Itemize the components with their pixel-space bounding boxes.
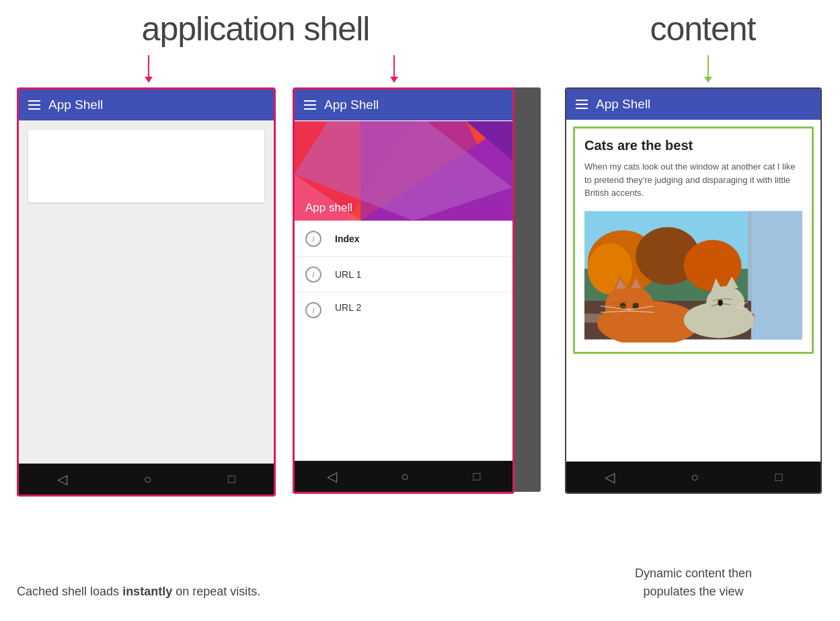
svg-point-34 [718, 299, 723, 306]
nav-home-icon-3: ○ [691, 470, 699, 485]
phone3: App Shell Cats are the best When my cats… [565, 87, 822, 494]
phone3-header-title: App Shell [596, 97, 650, 112]
content-label: content [650, 9, 755, 48]
menu-label-index: Index [335, 233, 360, 244]
svg-point-18 [605, 285, 653, 326]
phone1-header: App Shell [19, 89, 274, 120]
application-shell-label-group: application shell [20, 9, 491, 48]
nav-square-icon-2: □ [473, 470, 480, 484]
nav-square-icon: □ [228, 472, 235, 486]
phone3-header: App Shell [566, 89, 820, 120]
bottom-caption-left: Cached shell loads instantly on repeat v… [17, 583, 393, 601]
nav-back-icon: ◁ [57, 471, 67, 487]
menu-item-index[interactable]: i Index [295, 221, 512, 257]
nav-back-icon-2: ◁ [327, 468, 337, 484]
hamburger-icon-2 [304, 100, 316, 110]
application-shell-label: application shell [142, 9, 370, 48]
cats-text: When my cats look out the window at anot… [584, 160, 802, 200]
info-icon-url2: i [305, 302, 321, 318]
phone1-nav-bar: ◁ ○ □ [19, 464, 274, 495]
nav-square-icon-3: □ [775, 470, 782, 484]
menu-item-url2[interactable]: i URL 2 [295, 293, 512, 461]
phone2-header: App Shell [295, 89, 512, 120]
hamburger-icon [28, 100, 40, 110]
phone2: App Shell App shell i Index [293, 87, 514, 494]
dynamic-caption-2: populates the view [565, 583, 822, 601]
phone1: App Shell ◁ ○ □ [17, 87, 276, 497]
phone2-drawer-image: App shell [295, 120, 512, 221]
dynamic-caption-1: Dynamic content then [565, 564, 822, 583]
bottom-caption-right: Dynamic content then populates the view [565, 564, 822, 601]
cat-image-container [584, 208, 802, 342]
content-label-group: content [585, 9, 820, 48]
arrow-phone1 [145, 55, 153, 83]
cached-caption-1: Cached shell loads [17, 585, 119, 598]
phone1-header-title: App Shell [48, 98, 103, 112]
menu-label-url2: URL 2 [335, 302, 361, 313]
nav-home-icon: ○ [144, 472, 152, 487]
nav-home-icon-2: ○ [401, 469, 409, 484]
phone1-body [19, 120, 274, 464]
hamburger-icon-3 [576, 100, 588, 109]
menu-label-url1: URL 1 [335, 269, 361, 280]
cached-caption-2: on repeat visits. [176, 585, 260, 598]
svg-point-23 [619, 302, 626, 309]
nav-back-icon-3: ◁ [605, 469, 615, 485]
info-icon-index: i [305, 231, 321, 247]
phone3-content-area: Cats are the best When my cats look out … [566, 120, 820, 462]
phone2-dark-sidebar [512, 87, 541, 492]
drawer-app-shell-label: App shell [305, 201, 352, 215]
arrow-phone2 [390, 55, 398, 83]
cats-title: Cats are the best [584, 138, 802, 153]
menu-item-url1[interactable]: i URL 1 [295, 257, 512, 293]
cached-caption-bold: instantly [122, 585, 172, 598]
phone2-nav-bar: ◁ ○ □ [295, 461, 512, 492]
cat-image-svg [584, 208, 802, 342]
info-icon-url1: i [305, 266, 321, 283]
phone1-content-placeholder [28, 130, 264, 203]
phone2-header-title: App Shell [324, 98, 379, 112]
svg-rect-9 [751, 211, 802, 339]
phone3-nav-bar: ◁ ○ □ [566, 462, 820, 492]
arrow-phone3 [704, 55, 712, 83]
phone3-green-box: Cats are the best When my cats look out … [573, 126, 814, 354]
